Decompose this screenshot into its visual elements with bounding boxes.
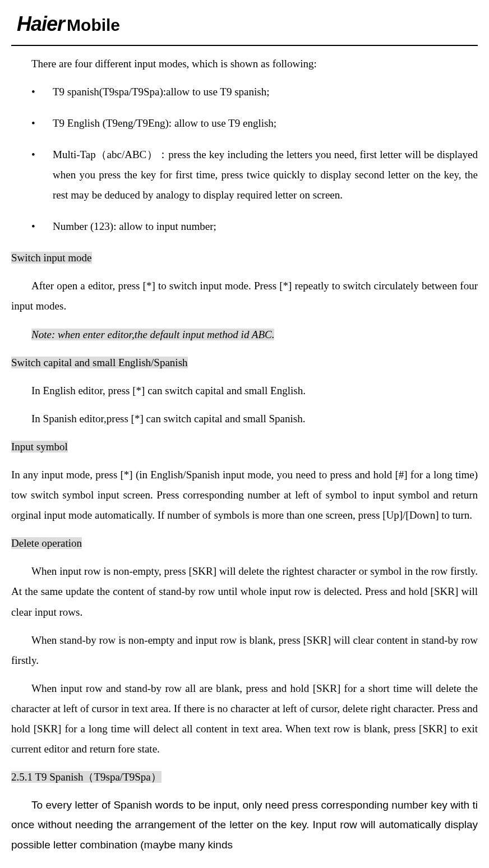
page-number: 10 [11,866,478,868]
brand-sub: Mobile [67,16,120,34]
switch-capital-p2: In Spanish editor,press [*] can switch c… [11,409,478,429]
list-item: Number (123): allow to input number; [31,216,478,237]
delete-op-p2: When stand-by row is non-empty and input… [11,630,478,671]
switch-input-body: After open a editor, press [*] to switch… [11,276,478,316]
note-default-method: Note: when enter editor,the default inpu… [31,329,274,340]
brand-logo: HaierMobile [11,6,478,45]
section-heading-switch-capital: Switch capital and small English/Spanish [11,357,188,368]
input-symbol-body: In any input mode, press [*] (in English… [11,465,478,525]
intro-paragraph: There are four different input modes, wh… [11,54,478,74]
list-item: T9 English (T9eng/T9Eng): allow to use T… [31,113,478,133]
delete-op-p1: When input row is non-empty, press [SKR]… [11,561,478,622]
list-item: Multi-Tap（abc/ABC）：press the key includi… [31,145,478,205]
section-heading-input-symbol: Input symbol [11,441,68,453]
delete-op-p3: When input row and stand-by row all are … [11,678,478,759]
brand-name: Haier [17,12,64,35]
switch-capital-p1: In English editor, press [*] can switch … [11,381,478,401]
section-heading-delete-operation: Delete operation [11,537,82,549]
section-heading-switch-input: Switch input mode [11,252,92,264]
t9-spanish-body: To every letter of Spanish words to be i… [11,795,478,854]
list-item: T9 spanish(T9spa/T9Spa):allow to use T9 … [31,82,478,102]
header-divider [11,45,478,46]
section-heading-t9-spanish: 2.5.1 T9 Spanish（T9spa/T9Spa） [11,771,162,783]
input-modes-list: T9 spanish(T9spa/T9Spa):allow to use T9 … [11,82,478,237]
